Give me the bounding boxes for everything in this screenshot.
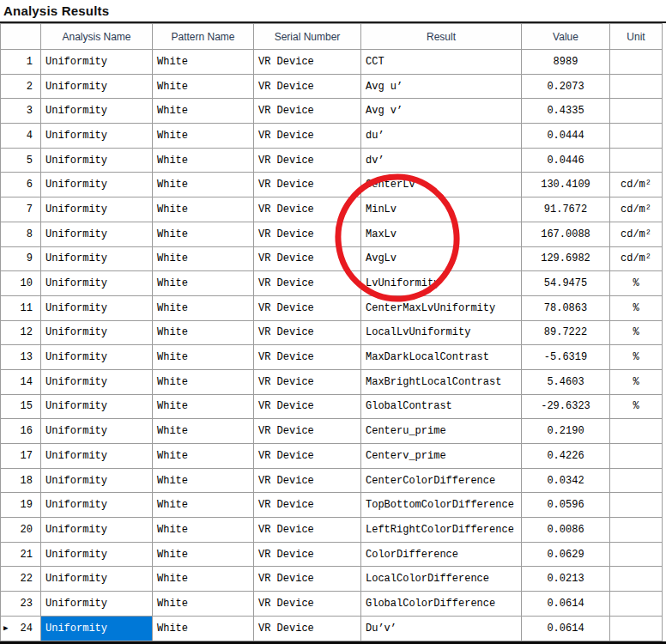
cell-value[interactable]: 0.0614 [522,592,610,617]
cell-pattern-name[interactable]: White [153,295,254,320]
cell-value[interactable]: 0.4226 [522,444,610,469]
cell-result[interactable]: Centeru_prime [361,419,522,444]
cell-analysis-name-selected[interactable]: Uniformity [41,616,153,641]
cell-serial-number[interactable]: VR Device [254,592,361,617]
cell-pattern-name[interactable]: White [153,468,254,493]
cell-analysis-name[interactable]: Uniformity [41,173,153,197]
cell-result[interactable]: MaxLv [361,222,522,246]
cell-unit[interactable]: cd/m² [610,173,663,197]
row-header-cell[interactable]: 23 [1,592,41,617]
row-header-cell[interactable]: 7 [1,197,41,222]
cell-pattern-name[interactable]: White [153,493,254,518]
cell-value[interactable]: 129.6982 [522,246,610,271]
cell-value[interactable]: 0.0213 [522,567,610,592]
cell-unit[interactable]: % [610,345,663,370]
row-header-cell[interactable]: 5 [1,148,41,173]
cell-serial-number[interactable]: VR Device [254,295,361,320]
cell-pattern-name[interactable]: White [153,148,254,173]
cell-pattern-name[interactable]: White [153,592,254,617]
cell-value[interactable]: 54.9475 [522,271,610,296]
cell-value[interactable]: 0.0342 [522,468,610,493]
cell-serial-number[interactable]: VR Device [254,394,361,419]
cell-result[interactable]: CenterMaxLvUniformity [361,295,522,320]
cell-result[interactable]: Du’v’ [361,616,522,641]
cell-value[interactable]: 91.7672 [522,197,610,222]
cell-pattern-name[interactable]: White [153,173,254,197]
cell-pattern-name[interactable]: White [153,246,254,271]
row-header-cell[interactable]: 12 [1,320,41,345]
cell-unit[interactable]: cd/m² [610,246,663,271]
cell-unit[interactable] [610,74,663,99]
cell-serial-number[interactable]: VR Device [254,444,361,469]
cell-serial-number[interactable]: VR Device [254,419,361,444]
cell-result[interactable]: TopBottomColorDifference [361,493,522,518]
cell-analysis-name[interactable]: Uniformity [41,50,153,75]
cell-pattern-name[interactable]: White [153,345,254,370]
cell-unit[interactable] [610,419,663,444]
cell-serial-number[interactable]: VR Device [254,518,361,543]
cell-pattern-name[interactable]: White [153,124,254,149]
cell-analysis-name[interactable]: Uniformity [41,345,153,370]
column-header-unit[interactable]: Unit [610,24,663,50]
cell-serial-number[interactable]: VR Device [254,616,361,641]
cell-serial-number[interactable]: VR Device [254,468,361,493]
cell-value[interactable]: 0.0444 [522,124,610,149]
cell-pattern-name[interactable]: White [153,567,254,592]
cell-analysis-name[interactable]: Uniformity [41,222,153,246]
cell-result[interactable]: GlobalColorDifference [361,592,522,617]
row-header-cell[interactable]: 22 [1,567,41,592]
row-header-cell[interactable]: 3 [1,99,41,124]
cell-analysis-name[interactable]: Uniformity [41,295,153,320]
row-header-cell[interactable]: 9 [1,246,41,271]
cell-unit[interactable]: % [610,320,663,345]
cell-serial-number[interactable]: VR Device [254,567,361,592]
cell-value[interactable]: 0.0629 [522,542,610,567]
cell-analysis-name[interactable]: Uniformity [41,74,153,99]
column-header-result[interactable]: Result [361,24,522,50]
cell-result[interactable]: LocalColorDifference [361,567,522,592]
cell-unit[interactable] [610,493,663,518]
cell-analysis-name[interactable]: Uniformity [41,444,153,469]
row-header-cell[interactable]: 18 [1,468,41,493]
cell-result[interactable]: LvUniformity [361,271,522,296]
cell-result[interactable]: CenterColorDifference [361,468,522,493]
cell-unit[interactable] [610,616,663,641]
cell-pattern-name[interactable]: White [153,616,254,641]
row-header-cell[interactable]: 16 [1,419,41,444]
cell-serial-number[interactable]: VR Device [254,320,361,345]
cell-value[interactable]: 89.7222 [522,320,610,345]
cell-unit[interactable] [610,50,663,75]
cell-value[interactable]: -29.6323 [522,394,610,419]
cell-analysis-name[interactable]: Uniformity [41,148,153,173]
cell-result[interactable]: Centerv_prime [361,444,522,469]
cell-unit[interactable]: % [610,271,663,296]
cell-analysis-name[interactable]: Uniformity [41,320,153,345]
cell-result[interactable]: MaxBrightLocalContrast [361,369,522,394]
cell-unit[interactable] [610,518,663,543]
cell-analysis-name[interactable]: Uniformity [41,419,153,444]
cell-pattern-name[interactable]: White [153,99,254,124]
cell-analysis-name[interactable]: Uniformity [41,493,153,518]
cell-serial-number[interactable]: VR Device [254,493,361,518]
cell-result[interactable]: GlobalContrast [361,394,522,419]
cell-pattern-name[interactable]: White [153,320,254,345]
cell-pattern-name[interactable]: White [153,74,254,99]
cell-analysis-name[interactable]: Uniformity [41,592,153,617]
row-header-cell[interactable]: ▶24 [1,616,41,641]
cell-pattern-name[interactable]: White [153,518,254,543]
cell-pattern-name[interactable]: White [153,419,254,444]
cell-analysis-name[interactable]: Uniformity [41,567,153,592]
column-header-analysis-name[interactable]: Analysis Name [41,24,153,50]
cell-result[interactable]: Avg u’ [361,74,522,99]
column-header-serial-number[interactable]: Serial Number [254,24,361,50]
cell-unit[interactable] [610,468,663,493]
cell-analysis-name[interactable]: Uniformity [41,468,153,493]
cell-result[interactable]: MinLv [361,197,522,222]
cell-pattern-name[interactable]: White [153,394,254,419]
cell-unit[interactable]: % [610,394,663,419]
cell-pattern-name[interactable]: White [153,197,254,222]
row-header-cell[interactable]: 17 [1,444,41,469]
row-header-cell[interactable]: 15 [1,394,41,419]
cell-value[interactable]: 0.0596 [522,493,610,518]
cell-value[interactable]: -5.6319 [522,345,610,370]
